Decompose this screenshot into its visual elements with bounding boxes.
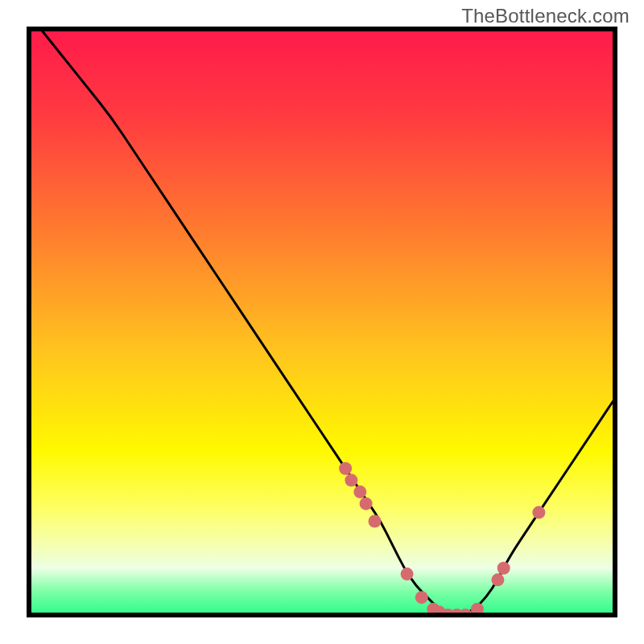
gradient-background — [29, 29, 615, 615]
chart-frame: TheBottleneck.com — [0, 0, 644, 644]
data-point — [369, 515, 382, 528]
data-point — [491, 573, 504, 586]
data-point — [339, 462, 352, 475]
data-point — [497, 562, 510, 575]
data-point — [345, 474, 357, 487]
watermark-text: TheBottleneck.com — [461, 5, 630, 27]
data-point — [415, 591, 428, 604]
data-point — [353, 485, 366, 498]
data-point — [401, 568, 414, 580]
bottleneck-chart — [0, 0, 644, 644]
data-point — [532, 506, 545, 519]
data-point — [360, 497, 373, 510]
